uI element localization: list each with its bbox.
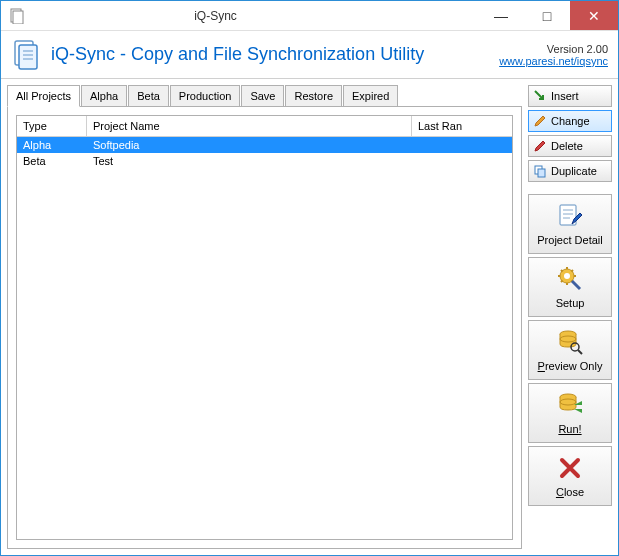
database-run-icon [556,391,584,419]
window-title: iQ-Sync [0,9,478,23]
cell-lastran [412,153,512,169]
right-panel: Insert Change Delete Duplicate Project D… [528,85,612,549]
run-button[interactable]: Run! [528,383,612,443]
preview-only-label: Preview Only [538,360,603,372]
svg-line-18 [578,350,582,354]
setup-button[interactable]: Setup [528,257,612,317]
cell-type: Beta [17,153,87,169]
project-list: Type Project Name Last Ran Alpha Softped… [16,115,513,540]
col-lastran[interactable]: Last Ran [412,116,512,136]
duplicate-button[interactable]: Duplicate [528,160,612,182]
website-link[interactable]: www.paresi.net/iqsync [499,55,608,67]
tab-restore[interactable]: Restore [285,85,342,106]
window-close-button[interactable]: ✕ [570,1,618,30]
maximize-button[interactable]: □ [524,1,570,30]
cell-lastran [412,137,512,153]
cell-type: Alpha [17,137,87,153]
delete-label: Delete [551,140,583,152]
gear-wrench-icon [556,265,584,293]
svg-rect-3 [19,45,37,69]
page-title: iQ-Sync - Copy and File Synchronization … [51,44,499,65]
tab-production[interactable]: Production [170,85,241,106]
col-name[interactable]: Project Name [87,116,412,136]
titlebar: iQ-Sync — □ ✕ [1,1,618,31]
setup-label: Setup [556,297,585,309]
delete-button[interactable]: Delete [528,135,612,157]
document-pencil-icon [556,202,584,230]
insert-label: Insert [551,90,579,102]
tab-beta[interactable]: Beta [128,85,169,106]
pencil-icon [533,114,547,128]
body: All Projects Alpha Beta Production Save … [1,79,618,555]
version-label: Version 2.00 [499,43,608,55]
cell-name: Softpedia [87,137,412,153]
list-container: Type Project Name Last Ran Alpha Softped… [7,106,522,549]
tab-save[interactable]: Save [241,85,284,106]
document-icon [11,39,43,71]
close-label: Close [556,486,584,498]
header-meta: Version 2.00 www.paresi.net/iqsync [499,43,608,67]
header: iQ-Sync - Copy and File Synchronization … [1,31,618,79]
cell-name: Test [87,153,412,169]
list-header: Type Project Name Last Ran [17,116,512,137]
minimize-button[interactable]: — [478,1,524,30]
database-search-icon [556,328,584,356]
col-type[interactable]: Type [17,116,87,136]
delete-icon [533,139,547,153]
duplicate-label: Duplicate [551,165,597,177]
project-detail-label: Project Detail [537,234,602,246]
change-button[interactable]: Change [528,110,612,132]
run-label: Run! [558,423,581,435]
window-controls: — □ ✕ [478,1,618,30]
window: iQ-Sync — □ ✕ iQ-Sync - Copy and File Sy… [0,0,619,556]
tabs: All Projects Alpha Beta Production Save … [7,85,522,106]
insert-icon [533,89,547,103]
insert-button[interactable]: Insert [528,85,612,107]
table-row[interactable]: Alpha Softpedia [17,137,512,153]
duplicate-icon [533,164,547,178]
project-detail-button[interactable]: Project Detail [528,194,612,254]
svg-point-14 [564,273,570,279]
tab-expired[interactable]: Expired [343,85,398,106]
change-label: Change [551,115,590,127]
tab-alpha[interactable]: Alpha [81,85,127,106]
preview-only-button[interactable]: Preview Only [528,320,612,380]
close-icon [556,454,584,482]
tab-all-projects[interactable]: All Projects [7,85,80,107]
left-panel: All Projects Alpha Beta Production Save … [7,85,522,549]
close-button[interactable]: Close [528,446,612,506]
table-row[interactable]: Beta Test [17,153,512,169]
svg-rect-8 [538,169,545,177]
